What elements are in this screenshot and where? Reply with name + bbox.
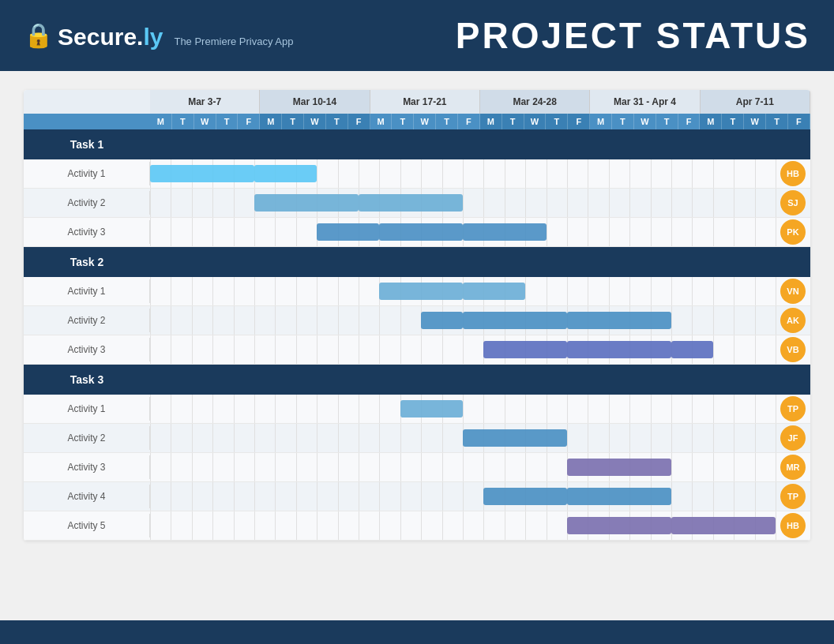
- main-content: Mar 3-7Mar 10-14Mar 17-21Mar 24-28Mar 31…: [0, 71, 834, 623]
- gantt-bar: [254, 165, 317, 182]
- bar-area-wrap: HB: [150, 159, 810, 188]
- day-header: M: [370, 114, 393, 129]
- gantt-bar: [421, 312, 463, 329]
- day-header: W: [524, 114, 547, 129]
- activity-row: Activity 2AK: [24, 306, 810, 335]
- tagline: The Premiere Privacy App: [174, 36, 293, 47]
- day-header: W: [744, 114, 766, 129]
- bar-area-wrap: PK: [150, 218, 810, 246]
- bar-area-wrap: AK: [150, 306, 810, 335]
- avatar-badge: TP: [780, 484, 806, 509]
- activity-label: Activity 2: [24, 191, 150, 215]
- footer: [0, 620, 834, 623]
- day-header: T: [656, 114, 678, 129]
- day-header: M: [590, 114, 612, 129]
- day-header: T: [546, 114, 568, 129]
- day-header: W: [634, 114, 656, 129]
- activity-row: Activity 4TP: [24, 482, 810, 511]
- grid-lines: [150, 395, 776, 423]
- gantt-body: Task 1Activity 1HBActivity 2SJActivity 3…: [24, 129, 810, 541]
- activity-row: Activity 1TP: [24, 395, 810, 424]
- activity-label: Activity 2: [24, 426, 150, 450]
- activity-row: Activity 2JF: [24, 424, 810, 453]
- gantt-bar: [567, 312, 671, 329]
- activity-label: Activity 1: [24, 162, 150, 185]
- day-header: F: [458, 114, 480, 129]
- day-header: T: [392, 114, 414, 129]
- bar-area-wrap: VB: [150, 335, 810, 364]
- day-header: M: [150, 114, 172, 129]
- avatar-badge: SJ: [780, 190, 806, 215]
- gantt-bar: [483, 488, 567, 505]
- day-header: T: [766, 114, 788, 129]
- day-header: F: [678, 114, 701, 129]
- avatar-badge: HB: [780, 513, 806, 538]
- day-header: T: [722, 114, 744, 129]
- day-header: T: [436, 114, 458, 129]
- gantt-bar: [567, 341, 671, 358]
- gantt-bar: [400, 400, 463, 417]
- bar-area: [150, 511, 776, 540]
- bar-area-wrap: JF: [150, 424, 810, 452]
- week-header-1: Mar 10-14: [260, 90, 370, 114]
- gantt-bar: [671, 341, 713, 358]
- avatar-badge: VB: [780, 337, 806, 362]
- bar-area-wrap: TP: [150, 395, 810, 423]
- day-header: F: [348, 114, 370, 129]
- task-header-row-task1: Task 1: [24, 129, 810, 159]
- project-status-title: PROJECT STATUS: [456, 14, 810, 57]
- day-header: F: [788, 114, 810, 129]
- day-header: M: [260, 114, 282, 129]
- avatar-badge: TP: [780, 396, 806, 421]
- activity-row: Activity 5HB: [24, 511, 810, 541]
- day-header: T: [326, 114, 348, 129]
- gantt-bar: [150, 165, 254, 182]
- day-header: T: [502, 114, 524, 129]
- activity-row: Activity 3MR: [24, 453, 810, 482]
- grid-lines: [150, 482, 776, 511]
- day-header: F: [238, 114, 260, 129]
- day-header: F: [568, 114, 590, 129]
- week-header-3: Mar 24-28: [480, 90, 590, 114]
- gantt-bar: [379, 283, 463, 300]
- activity-label: Activity 3: [24, 220, 150, 244]
- bar-area-wrap: HB: [150, 511, 810, 540]
- grid-lines: [150, 189, 776, 217]
- bar-area-wrap: TP: [150, 482, 810, 511]
- bar-area: [150, 453, 776, 481]
- day-header: W: [194, 114, 216, 129]
- activity-label: Activity 1: [24, 397, 150, 421]
- activity-row: Activity 1VN: [24, 277, 810, 306]
- bar-area-wrap: MR: [150, 453, 810, 481]
- week-header-5: Apr 7-11: [701, 90, 810, 114]
- bar-area: [150, 159, 776, 188]
- task-label-task3: Task 3: [24, 365, 150, 394]
- gantt-bar: [463, 429, 567, 447]
- activity-row: Activity 3VB: [24, 335, 810, 365]
- week-header-2: Mar 17-21: [370, 90, 480, 114]
- avatar-badge: MR: [780, 455, 806, 480]
- logo-text: Secure.ly: [58, 24, 163, 51]
- gantt-week-headers: Mar 3-7Mar 10-14Mar 17-21Mar 24-28Mar 31…: [24, 90, 810, 114]
- gantt-bar: [463, 223, 547, 241]
- gantt-chart: Mar 3-7Mar 10-14Mar 17-21Mar 24-28Mar 31…: [24, 90, 810, 541]
- day-header: T: [282, 114, 304, 129]
- bar-area: [150, 424, 776, 452]
- day-header: T: [612, 114, 634, 129]
- gantt-bar: [567, 488, 671, 505]
- bar-area: [150, 306, 776, 335]
- gantt-bar: [254, 194, 359, 212]
- avatar-badge: PK: [780, 219, 806, 245]
- day-header: W: [304, 114, 326, 129]
- bar-area-wrap: SJ: [150, 189, 810, 217]
- week-header-4: Mar 31 - Apr 4: [590, 90, 700, 114]
- grid-lines: [150, 453, 776, 481]
- day-header: M: [700, 114, 722, 129]
- gantt-bar: [359, 194, 463, 212]
- avatar-badge: VN: [780, 279, 806, 304]
- avatar-badge: AK: [780, 308, 806, 333]
- bar-area-wrap: VN: [150, 277, 810, 305]
- activity-label: Activity 3: [24, 455, 150, 479]
- activity-label: Activity 2: [24, 309, 150, 332]
- bar-area: [150, 395, 776, 423]
